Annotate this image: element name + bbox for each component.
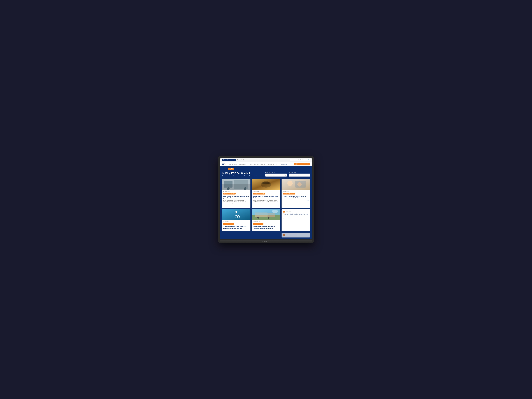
card-5-date: 3 septembre 2020 (253, 221, 279, 222)
devis-button[interactable]: ⊙ Demander un devis Pro (294, 163, 310, 165)
blog-title: Le Blog ECF Pro Conduite (222, 172, 262, 175)
card-5-tag: Financement formation (253, 223, 263, 225)
nav-formations[interactable]: Nos formations professionnelles + (229, 164, 247, 165)
laptop-base: MacBook Pro (220, 240, 312, 243)
search-group: Cherchez un Article : 🔍 (265, 172, 287, 177)
breadcrumb: Accueil > Blog ECF (222, 168, 310, 170)
nav-financements[interactable]: Financements des Formations + (249, 164, 266, 165)
breadcrumb-separator: > (226, 168, 227, 170)
resource-1-text: Découvrez les dispositifs pour financer … (283, 215, 309, 217)
search-input-wrap: 🔍 (265, 174, 287, 177)
article-card-5[interactable]: 3 septembre 2020 Financement formation F… (252, 209, 280, 231)
card-3-arrow[interactable]: → (283, 200, 309, 201)
search-icon[interactable]: 🔍 (307, 159, 310, 161)
btn-particuliers[interactable]: Pour les Particuliers (236, 159, 248, 161)
svg-point-15 (287, 181, 293, 186)
blog-subtitle: Tous ce que vous souhaitez savoir sur le… (222, 175, 262, 177)
top-search-input[interactable] (290, 159, 307, 161)
card-2-text: Les élèves moto-école ont des motivation… (253, 200, 279, 204)
bottom-row: 📋 Ressources (222, 233, 310, 237)
card-2-tag: Formations professionnelles (253, 193, 265, 195)
nav-items: Nos formations professionnelles + Financ… (229, 164, 294, 165)
resource-card-1[interactable]: 📋 Ressources Financez votre formation pr… (282, 209, 310, 231)
svg-point-30 (272, 210, 278, 213)
search-label: Cherchez un Article : (265, 172, 287, 173)
article-card-2[interactable]: 14 février 2022 Formations professionnel… (252, 179, 280, 208)
resource-1-label: Ressources (285, 211, 291, 212)
card-1-image (222, 179, 250, 190)
filter-label: Filtrez par Sujet : (289, 172, 310, 173)
article-card-3[interactable]: 14 février 2022 Formations professionnel… (282, 179, 310, 208)
resource-2-label: Ressources (285, 234, 291, 235)
resource-2-header: 📋 Ressources (283, 234, 309, 236)
card-4-body: 26 mars 2021 Financement formation Trava… (222, 220, 250, 231)
search-filter-section: Cherchez un Article : 🔍 Filtrez par Suje… (265, 172, 310, 177)
subject-filter-select[interactable]: Sélectionnez un sujet (289, 174, 310, 177)
nav-publications[interactable]: Publications (280, 164, 287, 165)
laptop-screen: Pour les Professionnels Pour les Particu… (220, 158, 312, 239)
resource-1-header: 📋 Ressources (283, 211, 309, 213)
top-search-bar[interactable]: 🔍 (290, 159, 310, 161)
card-4-tag: Financement formation (223, 223, 234, 225)
article-card-4[interactable]: 26 mars 2021 Financement formation Trava… (222, 209, 250, 231)
svg-point-28 (268, 217, 270, 219)
svg-rect-7 (222, 184, 250, 190)
laptop-brand: MacBook Pro (262, 241, 270, 242)
blog-title-section: Le Blog ECF Pro Conduite Tous ce que vou… (222, 172, 262, 177)
logo[interactable]: ECF (222, 163, 226, 165)
card-3-date: 14 février 2022 (283, 191, 309, 192)
card-5-body: 3 septembre 2020 Financement formation F… (252, 220, 280, 231)
card-5-image (252, 209, 280, 220)
article-search-input[interactable] (265, 175, 284, 176)
card-3-image (282, 179, 310, 190)
card-5-title: Financer sa formation pro avec la POEC :… (253, 226, 279, 229)
btn-pro[interactable]: Pour les Professionnels (222, 159, 236, 161)
card-2-arrow[interactable]: → (253, 205, 279, 207)
svg-point-20 (235, 211, 237, 213)
card-1-title: CCS Groupe Lourd : Devenez moniteur poid… (223, 195, 249, 199)
card-2-image (252, 179, 280, 190)
main-nav: ECF Nos formations professionnelles + Fi… (220, 162, 312, 166)
article-card-1[interactable]: 14 février 2022 Formations professionnel… (222, 179, 250, 208)
svg-rect-12 (262, 182, 270, 184)
svg-text:ECF: ECF (222, 163, 225, 165)
card-1-tag: Formations professionnelles (223, 193, 235, 195)
resource-1-arrow[interactable]: → (283, 218, 309, 219)
card-1-arrow[interactable]: → (223, 205, 249, 207)
card-3-body: 14 février 2022 Formations professionnel… (282, 190, 310, 203)
laptop-frame: Pour les Professionnels Pour les Particu… (218, 156, 314, 243)
svg-point-11 (261, 181, 271, 188)
resource-1-icon: 📋 (283, 211, 285, 213)
card-1-date: 14 février 2022 (223, 191, 249, 192)
resource-2-icon: 📋 (283, 234, 285, 236)
card-2-body: 14 février 2022 Formations professionnel… (252, 190, 280, 208)
top-bar: Pour les Professionnels Pour les Particu… (220, 158, 312, 162)
card-1-text: Devenir titulaire d'un certificat complé… (223, 200, 249, 204)
blog-header: Le Blog ECF Pro Conduite Tous ce que vou… (222, 172, 310, 177)
card-3-tag: Formations professionnelles (283, 193, 295, 195)
card-4-date: 26 mars 2021 (223, 221, 249, 222)
article-search-button[interactable]: 🔍 (284, 174, 287, 177)
breadcrumb-home[interactable]: Accueil (222, 168, 226, 170)
card-2-date: 14 février 2022 (253, 191, 279, 192)
svg-point-1 (225, 164, 226, 165)
filter-group: Filtrez par Sujet : Sélectionnez un suje… (289, 172, 310, 177)
content-area: Accueil > Blog ECF Le Blog ECF Pro Condu… (220, 166, 312, 239)
nav-agences[interactable]: Les agences ECF + (268, 164, 278, 165)
card-1-body: 14 février 2022 Formations professionnel… (222, 190, 250, 208)
breadcrumb-current: Blog ECF (228, 168, 234, 170)
cards-grid: 14 février 2022 Formations professionnel… (222, 179, 310, 231)
card-2-title: CCS 2 roues : Devenez moniteur moto écol… (253, 195, 279, 199)
svg-point-17 (298, 182, 302, 187)
devis-icon: ⊙ (295, 163, 297, 165)
resource-card-2[interactable]: 📋 Ressources (282, 233, 310, 237)
resource-1-title: Financez votre formation professionnelle (283, 213, 309, 215)
card-3-title: Titre Professionnel ECSR : Devenir forma… (283, 195, 309, 199)
card-4-title: Travailleurs handicapés : Financez votre… (223, 226, 249, 229)
card-4-image (222, 209, 250, 220)
svg-point-27 (257, 217, 259, 219)
